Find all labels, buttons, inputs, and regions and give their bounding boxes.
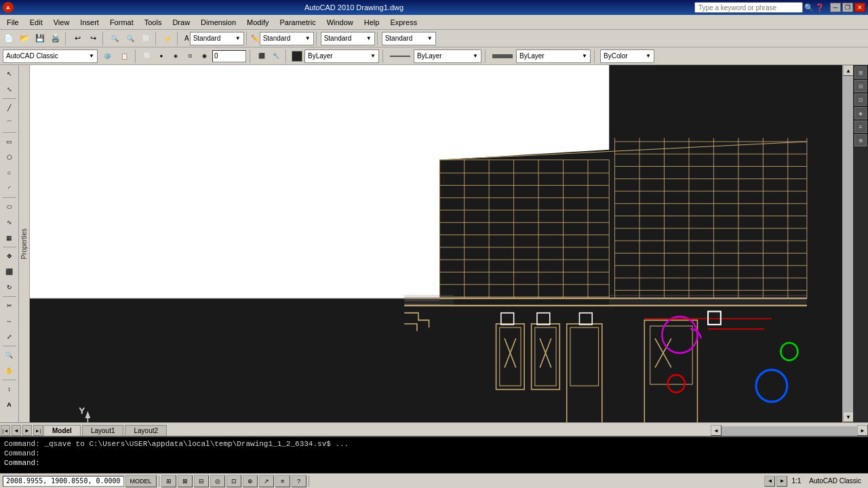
- line-tool[interactable]: ╱: [2, 100, 17, 115]
- scroll-right-status[interactable]: ►: [776, 476, 787, 487]
- tab-nav-prev[interactable]: ◄: [12, 425, 21, 436]
- tab-nav-start[interactable]: |◄: [1, 425, 10, 436]
- menu-item-format[interactable]: Format: [104, 17, 139, 28]
- qp-btn[interactable]: ?: [292, 475, 307, 487]
- zoom-tool[interactable]: 🔍: [2, 348, 17, 363]
- nav-btn2[interactable]: ⊟: [854, 80, 867, 92]
- hatch-tool[interactable]: ▦: [2, 230, 17, 245]
- layer-btn3[interactable]: ◈: [170, 50, 182, 62]
- search-icon[interactable]: 🔍: [804, 3, 814, 12]
- otrack-btn[interactable]: ⊕: [243, 475, 258, 487]
- dim-style-dropdown2[interactable]: Standard▼: [382, 32, 436, 45]
- layer-btn4[interactable]: ⊙: [184, 50, 196, 62]
- polar-btn[interactable]: ◎: [210, 475, 225, 487]
- ortho-btn[interactable]: ⊟: [194, 475, 209, 487]
- tab-nav-next[interactable]: ►: [22, 425, 32, 436]
- text-style-dropdown[interactable]: Standard▼: [190, 32, 244, 45]
- plot-button[interactable]: 🖨️: [48, 31, 63, 46]
- grid-btn[interactable]: ⊞: [161, 475, 176, 487]
- nav-btn4[interactable]: ◈: [854, 107, 867, 119]
- rotate-tool[interactable]: ↻: [2, 280, 17, 295]
- menu-item-insert[interactable]: Insert: [75, 17, 104, 28]
- workspace-status-label[interactable]: AutoCAD Classic: [805, 475, 865, 487]
- hscroll-left[interactable]: ◄: [711, 425, 722, 436]
- open-button[interactable]: 📂: [17, 31, 32, 46]
- plot-style-dropdown[interactable]: ByColor▼: [600, 49, 654, 63]
- tab-layout2[interactable]: Layout2: [125, 425, 167, 436]
- undo-button[interactable]: ↩: [70, 31, 85, 46]
- nav-btn6[interactable]: ⊕: [854, 134, 867, 146]
- layer-icon1[interactable]: ⬛: [256, 50, 268, 62]
- mtext-tool[interactable]: A: [2, 397, 17, 412]
- pan-tool[interactable]: ✋: [2, 363, 17, 378]
- dim-style-dropdown[interactable]: Standard▼: [321, 32, 375, 45]
- copy-tool[interactable]: ⬛: [2, 264, 17, 279]
- canvas-wrapper[interactable]: Y X: [30, 65, 842, 422]
- menu-item-file[interactable]: File: [1, 17, 24, 28]
- drawing-canvas[interactable]: Y X: [30, 65, 842, 422]
- zoom-window-button[interactable]: 🔍: [107, 31, 122, 46]
- zoom-extents-button[interactable]: ⬜: [138, 31, 153, 46]
- zoom-realtime-button[interactable]: 🔍: [123, 31, 138, 46]
- polygon-tool[interactable]: ⬡: [2, 150, 17, 165]
- snap-btn[interactable]: ⊠: [178, 475, 193, 487]
- menu-item-help[interactable]: Help: [359, 17, 385, 28]
- move-tool[interactable]: ✥: [2, 249, 17, 264]
- layer-btn1[interactable]: ⬜: [141, 50, 153, 62]
- save-button[interactable]: 💾: [33, 31, 47, 46]
- nav-btn1[interactable]: ⊞: [854, 66, 867, 79]
- layer-dropdown[interactable]: ByLayer▼: [304, 49, 379, 63]
- linetype-dropdown[interactable]: ByLayer▼: [414, 49, 481, 63]
- help-icon[interactable]: ❓: [815, 3, 825, 12]
- hscroll-track[interactable]: [722, 426, 857, 436]
- scroll-left-status[interactable]: ◄: [764, 476, 775, 487]
- select-window-tool[interactable]: ⤡: [2, 82, 17, 97]
- text-style-dropdown2[interactable]: Standard▼: [260, 32, 314, 45]
- layer-btn2[interactable]: ●: [155, 50, 167, 62]
- workspace-icon1[interactable]: ⚙️: [100, 49, 115, 64]
- menu-item-dimension[interactable]: Dimension: [195, 17, 241, 28]
- hscroll-right[interactable]: ►: [857, 425, 868, 436]
- nav-btn5[interactable]: ≡: [854, 121, 867, 133]
- menu-item-express[interactable]: Express: [384, 17, 422, 28]
- extend-tool[interactable]: ↔: [2, 314, 17, 329]
- layer-btn5[interactable]: ◉: [198, 50, 210, 62]
- layer-icon2[interactable]: 🔧: [270, 50, 282, 62]
- menu-item-modify[interactable]: Modify: [241, 17, 274, 28]
- layer-input-field[interactable]: 0: [212, 50, 246, 62]
- scroll-down-button[interactable]: ▼: [843, 411, 854, 422]
- scroll-up-button[interactable]: ▲: [843, 65, 854, 76]
- close-button[interactable]: ✕: [854, 3, 865, 12]
- workspace-dropdown[interactable]: AutoCAD Classic▼: [3, 49, 98, 63]
- dyn-btn[interactable]: ↗: [259, 475, 274, 487]
- trim-tool[interactable]: ✂: [2, 298, 17, 313]
- search-input[interactable]: [694, 2, 803, 13]
- minimize-button[interactable]: ─: [830, 3, 841, 12]
- command-input-line[interactable]: Command:: [4, 458, 864, 468]
- offset-tool[interactable]: ⤢: [2, 329, 17, 344]
- vertical-scrollbar[interactable]: ▲ ▼: [842, 65, 853, 422]
- tab-model[interactable]: Model: [43, 425, 81, 436]
- tab-layout1[interactable]: Layout1: [82, 425, 124, 436]
- osnap-btn[interactable]: ⊡: [226, 475, 241, 487]
- properties-panel-label[interactable]: Properties: [19, 65, 30, 422]
- spline-tool[interactable]: ∿: [2, 215, 17, 230]
- lwt-btn[interactable]: ≡: [275, 475, 290, 487]
- workspace-icon2[interactable]: 📋: [117, 49, 132, 64]
- ellipse-tool[interactable]: ⬭: [2, 199, 17, 214]
- menu-item-window[interactable]: Window: [321, 17, 359, 28]
- arc-tool[interactable]: ◜: [2, 181, 17, 196]
- new-button[interactable]: 📄: [1, 31, 16, 46]
- matchprop-button[interactable]: ⚡: [160, 31, 175, 46]
- restore-button[interactable]: ❐: [842, 3, 853, 12]
- menu-item-parametric[interactable]: Parametric: [274, 17, 321, 28]
- nav-btn3[interactable]: ⊡: [854, 94, 867, 106]
- dimension-tool[interactable]: ↕: [2, 382, 17, 396]
- tab-nav-end[interactable]: ►|: [33, 425, 43, 436]
- menu-item-draw[interactable]: Draw: [167, 17, 195, 28]
- lineweight-dropdown[interactable]: ByLayer▼: [516, 49, 591, 63]
- select-tool[interactable]: ↖: [2, 66, 17, 81]
- menu-item-tools[interactable]: Tools: [139, 17, 167, 28]
- model-btn[interactable]: MODEL: [125, 475, 157, 487]
- menu-item-edit[interactable]: Edit: [24, 17, 48, 28]
